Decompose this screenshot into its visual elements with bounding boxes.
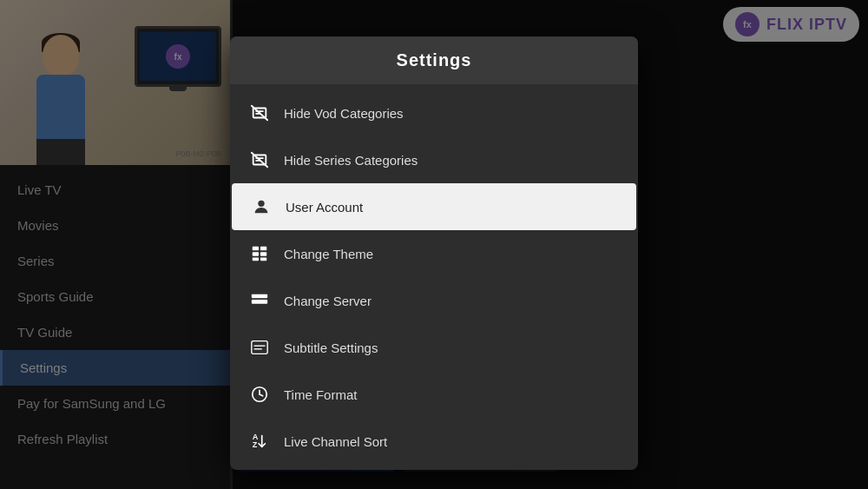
settings-item-label: Change Theme (284, 247, 373, 261)
svg-rect-5 (253, 252, 259, 256)
svg-point-11 (264, 295, 266, 297)
settings-item-label: User Account (286, 200, 363, 215)
subtitle-icon (247, 335, 272, 360)
svg-rect-7 (253, 258, 259, 261)
clock-icon (247, 382, 272, 406)
theme-icon (247, 241, 272, 266)
svg-rect-4 (260, 247, 266, 251)
settings-item-label: Time Format (284, 387, 357, 402)
settings-overlay: Settings Hide Vod Categories (0, 0, 868, 489)
sort-icon: A Z (247, 429, 272, 453)
svg-point-2 (258, 201, 264, 207)
settings-item-label: Hide Vod Categories (284, 106, 404, 121)
settings-item-change-server[interactable]: Change Server (230, 277, 638, 324)
svg-line-18 (260, 394, 263, 396)
settings-item-user-account[interactable]: User Account (232, 183, 636, 230)
settings-header: Settings (230, 36, 638, 84)
settings-item-label: Change Server (284, 294, 372, 308)
settings-item-label: Subtitle Settings (284, 340, 378, 355)
svg-rect-8 (260, 258, 266, 261)
server-icon (247, 288, 272, 313)
settings-list: Hide Vod Categories Hide Series Categori… (230, 84, 638, 470)
svg-rect-6 (260, 252, 266, 256)
svg-point-12 (264, 301, 266, 302)
settings-item-live-channel-sort[interactable]: A Z Live Channel Sort (230, 418, 638, 465)
settings-item-hide-vod[interactable]: Hide Vod Categories (230, 89, 638, 136)
series-icon (247, 148, 272, 172)
settings-item-time-format[interactable]: Time Format (230, 371, 638, 418)
settings-item-label: Hide Series Categories (284, 153, 418, 168)
settings-item-hide-series[interactable]: Hide Series Categories (230, 136, 638, 183)
settings-title: Settings (397, 50, 472, 69)
svg-text:Z: Z (253, 440, 258, 449)
vod-icon (247, 101, 272, 125)
settings-item-change-theme[interactable]: Change Theme (230, 230, 638, 277)
settings-item-label: Live Channel Sort (284, 434, 387, 449)
settings-item-subtitle[interactable]: Subtitle Settings (230, 324, 638, 371)
settings-dialog: Settings Hide Vod Categories (230, 36, 638, 470)
user-icon (249, 195, 273, 219)
svg-rect-3 (253, 247, 259, 251)
svg-rect-13 (252, 341, 267, 354)
